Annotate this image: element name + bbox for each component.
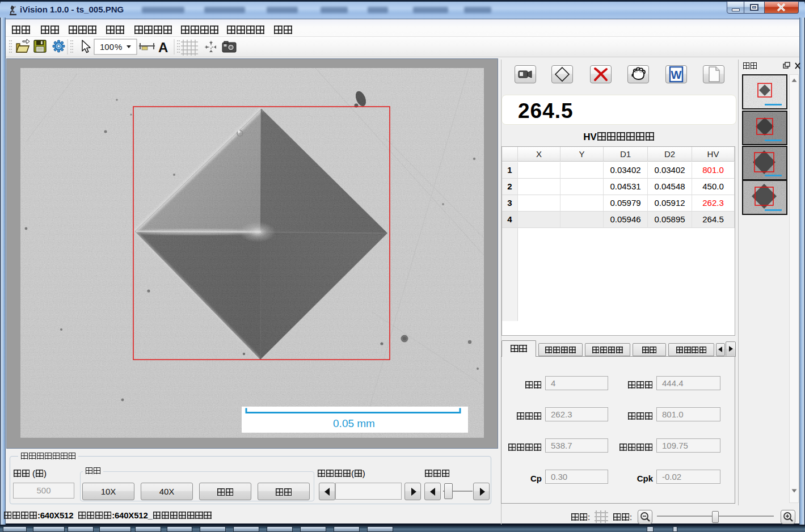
svg-text:100%: 100%: [100, 42, 122, 52]
svg-text:A: A: [158, 40, 168, 55]
svg-text:W: W: [671, 69, 682, 81]
svg-text:0.05 mm: 0.05 mm: [333, 417, 375, 429]
